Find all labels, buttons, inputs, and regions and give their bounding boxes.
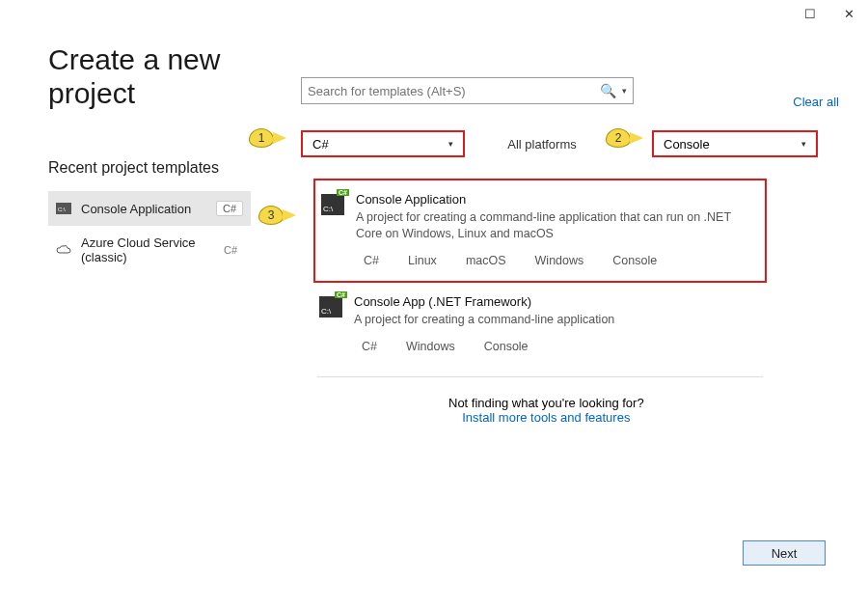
- recent-templates-list: C:\ Console Application C# Azure Cloud S…: [48, 191, 251, 274]
- maximize-button[interactable]: ☐: [791, 0, 829, 27]
- template-tags: C# Linux macOS Windows Console: [356, 252, 757, 269]
- language-dropdown[interactable]: C# ▾: [301, 130, 465, 157]
- template-item[interactable]: C:\ C# Console Application A project for…: [313, 179, 767, 283]
- platform-dropdown[interactable]: All platforms: [465, 137, 619, 152]
- tag: Console: [476, 338, 536, 355]
- template-title: Console App (.NET Framework): [354, 294, 759, 309]
- csharp-badge-icon: C#: [337, 189, 349, 196]
- chevron-down-icon: ▾: [448, 139, 453, 149]
- template-description: A project for creating a command-line ap…: [356, 209, 757, 242]
- dropdown-value: Console: [664, 137, 710, 152]
- divider: [317, 376, 763, 377]
- tag: C#: [356, 252, 387, 269]
- tag: Linux: [400, 252, 445, 269]
- template-body: Console Application A project for creati…: [356, 192, 757, 269]
- chevron-down-icon: ▾: [801, 139, 806, 149]
- console-icon: C:\ C#: [319, 296, 342, 318]
- cloud-icon: [56, 243, 71, 257]
- search-input[interactable]: [308, 84, 598, 98]
- console-icon: C:\ C#: [321, 194, 344, 215]
- page-title: Create a new project: [48, 43, 220, 110]
- search-dropdown-arrow[interactable]: ▾: [618, 86, 627, 96]
- search-icon[interactable]: 🔍: [598, 83, 618, 98]
- annotation-callout: 1: [249, 128, 274, 148]
- tag: C#: [354, 338, 385, 355]
- language-chip: C#: [216, 201, 243, 216]
- search-input-container[interactable]: 🔍 ▾: [301, 77, 634, 104]
- clear-all-link[interactable]: Clear all: [793, 95, 839, 109]
- recent-item-label: Console Application: [81, 202, 210, 216]
- window-controls: ☐ ✕: [791, 0, 868, 27]
- not-finding-text: Not finding what you're looking for?: [448, 396, 644, 410]
- template-item[interactable]: C:\ C# Console App (.NET Framework) A pr…: [313, 283, 767, 367]
- dropdown-value: C#: [312, 137, 329, 152]
- template-tags: C# Windows Console: [354, 338, 759, 355]
- tag: Windows: [398, 338, 463, 355]
- console-icon: C:\: [56, 202, 71, 215]
- template-title: Console Application: [356, 192, 757, 207]
- tag: macOS: [458, 252, 514, 269]
- install-tools-link[interactable]: Install more tools and features: [448, 410, 644, 425]
- template-body: Console App (.NET Framework) A project f…: [354, 294, 759, 355]
- recent-item-label: Azure Cloud Service (classic): [81, 235, 212, 264]
- annotation-callout: 3: [258, 206, 284, 225]
- templates-list: C:\ C# Console Application A project for…: [313, 179, 767, 377]
- project-type-dropdown[interactable]: Console ▾: [652, 130, 818, 157]
- template-description: A project for creating a command-line ap…: [354, 312, 759, 328]
- not-finding-block: Not finding what you're looking for? Ins…: [448, 396, 644, 425]
- language-chip: C#: [218, 243, 243, 257]
- recent-templates-heading: Recent project templates: [48, 159, 219, 177]
- recent-item[interactable]: Azure Cloud Service (classic) C#: [48, 226, 251, 274]
- recent-item[interactable]: C:\ Console Application C#: [48, 191, 251, 226]
- next-button[interactable]: Next: [743, 540, 826, 566]
- filter-row: C# ▾ All platforms Console ▾: [301, 130, 818, 157]
- tag: Windows: [528, 252, 592, 269]
- svg-text:C:\: C:\: [58, 207, 66, 212]
- close-button[interactable]: ✕: [829, 0, 868, 27]
- csharp-badge-icon: C#: [335, 291, 347, 298]
- tag: Console: [605, 252, 665, 269]
